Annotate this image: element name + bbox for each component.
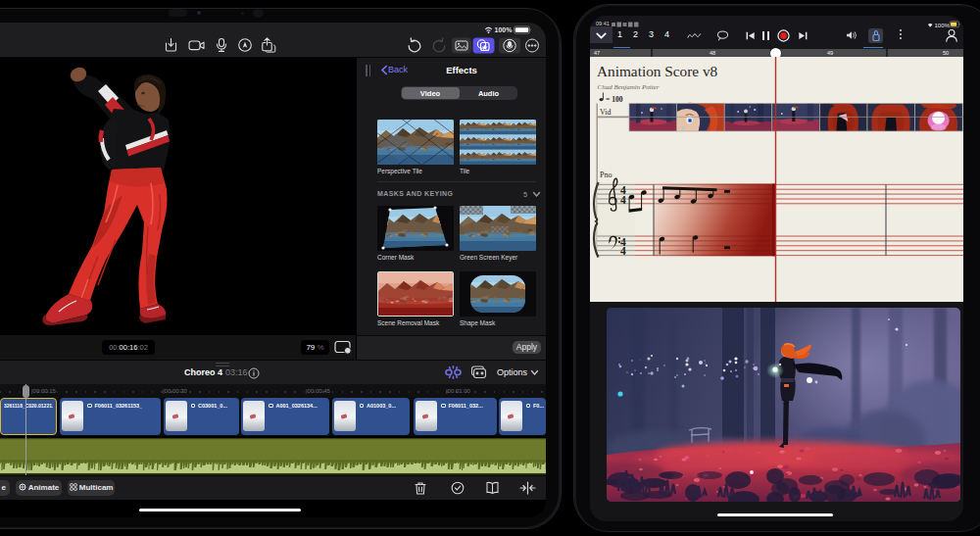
svg-text:4: 4: [620, 194, 626, 206]
svg-text:Pno: Pno: [600, 171, 612, 179]
svg-text:Chad Benjamin Potter: Chad Benjamin Potter: [598, 83, 660, 91]
svg-text:Vid: Vid: [600, 108, 612, 117]
svg-text:4: 4: [620, 245, 626, 257]
svg-text:100%: 100%: [495, 26, 514, 33]
svg-text:= 100: = 100: [606, 95, 623, 104]
svg-text:Animation Score v8: Animation Score v8: [597, 63, 718, 79]
